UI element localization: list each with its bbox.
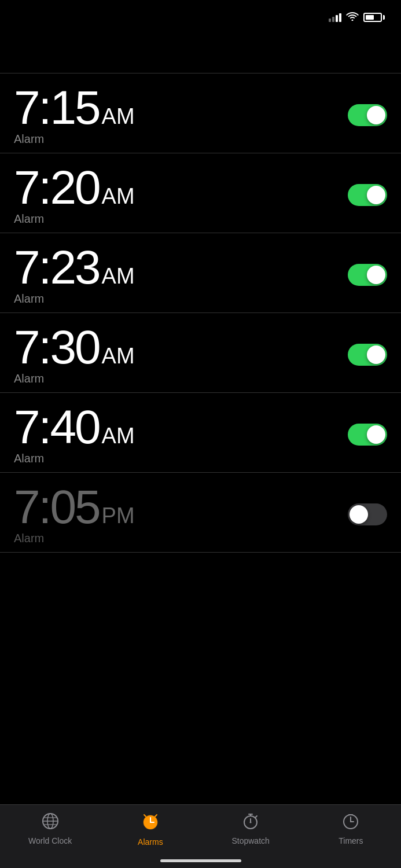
battery-icon [363,13,385,22]
alarm-ampm: AM [102,345,135,367]
alarm-time-display: 7:23 AM [14,244,135,291]
alarm-info: 7:23 AM Alarm [14,244,135,306]
toggle-knob [367,345,385,364]
alarm-info: 7:40 AM Alarm [14,403,135,465]
alarm-ampm: AM [102,265,135,287]
timers-icon [341,812,360,833]
tab-alarms[interactable]: Alarms [100,812,200,847]
alarm-toggle-5[interactable] [348,424,387,446]
alarm-info: 7:20 AM Alarm [14,164,135,226]
status-bar [0,0,401,31]
signal-bars-icon [329,13,341,22]
alarm-info: 7:15 AM Alarm [14,84,135,146]
alarm-toggle-3[interactable] [348,264,387,286]
toggle-knob [367,425,385,444]
tab-alarms-label: Alarms [138,837,163,847]
toggle-knob [367,106,385,124]
nav-bar [0,31,401,65]
status-icons [329,12,385,23]
alarm-info: 7:05 PM Alarm [14,483,135,545]
section-header [0,65,401,73]
alarm-toggle-4[interactable] [348,344,387,366]
toggle-knob [367,266,385,284]
alarm-items-container: 7:15 AM Alarm 7:20 AM Alarm [0,73,401,553]
toggle-knob [367,186,385,204]
alarm-label: Alarm [14,532,135,545]
alarm-ampm: PM [102,505,135,527]
alarm-item-5[interactable]: 7:40 AM Alarm [0,393,401,473]
tab-world-clock-label: World Clock [28,836,72,845]
alarm-toggle-2[interactable] [348,184,387,206]
toggle-knob [350,505,368,524]
alarm-time-display: 7:15 AM [14,84,135,131]
svg-line-17 [255,816,257,818]
svg-point-0 [352,20,354,21]
alarm-time-digits: 7:05 [14,483,100,531]
tab-bar: World Clock Alarms Sto [0,804,401,868]
svg-point-16 [250,822,252,823]
stopwatch-icon [241,812,260,833]
alarms-icon [141,812,160,834]
tab-timers[interactable]: Timers [301,812,401,845]
home-indicator [160,859,241,862]
alarm-time-display: 7:40 AM [14,403,135,451]
alarm-item-2[interactable]: 7:20 AM Alarm [0,153,401,233]
alarm-toggle-6[interactable] [348,503,387,525]
alarm-label: Alarm [14,372,135,385]
alarm-item-4[interactable]: 7:30 AM Alarm [0,313,401,393]
alarm-time-digits: 7:30 [14,323,100,371]
alarm-label: Alarm [14,452,135,465]
alarm-time-digits: 7:40 [14,403,100,451]
wifi-icon [346,12,359,23]
alarm-ampm: AM [102,105,135,127]
world-clock-icon [41,812,60,833]
svg-line-11 [155,815,157,816]
alarm-time-display: 7:05 PM [14,483,135,531]
tab-stopwatch-label: Stopwatch [231,836,269,845]
alarm-info: 7:30 AM Alarm [14,323,135,385]
alarm-ampm: AM [102,185,135,207]
alarm-time-display: 7:30 AM [14,323,135,371]
alarm-label: Alarm [14,212,135,226]
alarm-time-digits: 7:23 [14,244,100,291]
tab-world-clock[interactable]: World Clock [0,812,100,845]
alarm-label: Alarm [14,133,135,146]
alarm-time-digits: 7:20 [14,164,100,211]
tab-timers-label: Timers [339,836,363,845]
alarm-item-1[interactable]: 7:15 AM Alarm [0,73,401,153]
tab-stopwatch[interactable]: Stopwatch [201,812,301,845]
alarm-list: 7:15 AM Alarm 7:20 AM Alarm [0,65,401,782]
alarm-item-3[interactable]: 7:23 AM Alarm [0,233,401,313]
alarm-time-display: 7:20 AM [14,164,135,211]
alarm-toggle-1[interactable] [348,104,387,126]
alarm-item-6[interactable]: 7:05 PM Alarm [0,473,401,553]
alarm-label: Alarm [14,292,135,306]
alarm-ampm: AM [102,425,135,447]
alarm-time-digits: 7:15 [14,84,100,131]
svg-line-10 [144,815,146,816]
